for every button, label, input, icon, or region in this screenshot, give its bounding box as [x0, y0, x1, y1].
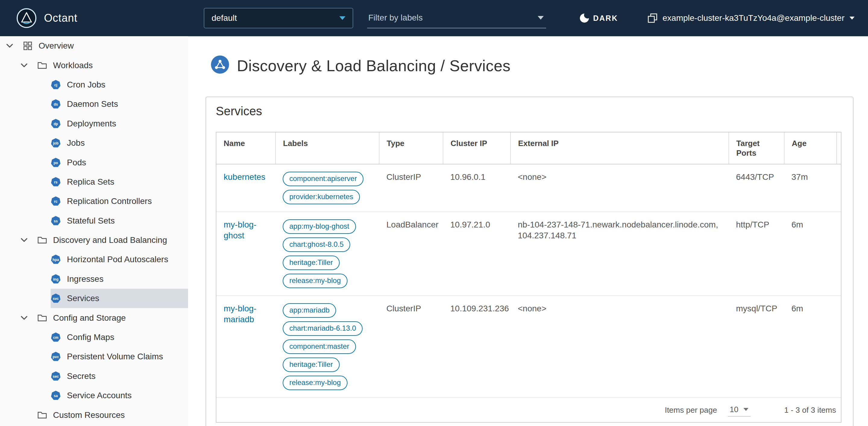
- chevron-down-icon[interactable]: [21, 316, 28, 320]
- cell-type: ClusterIP: [379, 296, 443, 398]
- octant-logo[interactable]: [16, 8, 37, 28]
- svg-text:ing: ing: [53, 277, 59, 282]
- chevron-down-icon: [339, 16, 345, 20]
- namespace-select[interactable]: default: [204, 8, 353, 28]
- sidebar-item-secrets[interactable]: sec Secrets: [0, 367, 188, 386]
- cell-name: my-blog-ghost: [216, 212, 276, 296]
- label-pill[interactable]: component:apiserver: [283, 172, 364, 186]
- secrets-icon: sec: [51, 371, 61, 381]
- service-link[interactable]: my-blog-mariadb: [224, 304, 256, 324]
- chevron-down-icon: [538, 16, 544, 20]
- column-header-labels: Labels: [276, 133, 379, 164]
- pvc-icon: pvc: [51, 351, 61, 362]
- cell-external-ip: nb-104-237-148-71.newark.nodebalancer.li…: [510, 212, 729, 296]
- overview-icon: [23, 41, 33, 51]
- sidebar-item-persistent-volume-claims[interactable]: pvc Persistent Volume Claims: [0, 347, 188, 366]
- sidebar-item-replica-sets[interactable]: rs Replica Sets: [0, 172, 188, 192]
- svg-text:cj: cj: [54, 83, 57, 87]
- theme-toggle-label: DARK: [593, 14, 618, 23]
- page-size-select[interactable]: 10: [728, 404, 750, 417]
- sidebar-item-ingresses[interactable]: ing Ingresses: [0, 269, 188, 289]
- label-pill[interactable]: heritage:Tiller: [283, 358, 340, 372]
- cell-type: LoadBalancer: [379, 212, 443, 296]
- sidebar-item-daemon-sets[interactable]: ds Daemon Sets: [0, 94, 188, 114]
- sidebar-group-config-and-storage[interactable]: Config and Storage: [0, 308, 188, 328]
- pods-icon: po: [51, 158, 61, 168]
- service-link[interactable]: my-blog-ghost: [224, 220, 256, 240]
- sidebar-item-jobs[interactable]: job Jobs: [0, 133, 188, 153]
- label-pill[interactable]: chart:ghost-8.0.5: [283, 237, 350, 252]
- chevron-down-icon: [743, 408, 749, 411]
- daemon-sets-icon: ds: [51, 99, 61, 109]
- table-row: my-blog-mariadb app:mariadb chart:mariad…: [216, 296, 841, 398]
- service-accounts-icon: sa: [51, 390, 61, 401]
- services-icon: svc: [51, 293, 61, 304]
- sidebar-group-workloads[interactable]: Workloads: [0, 56, 188, 75]
- sidebar-item-service-accounts[interactable]: sa Service Accounts: [0, 386, 188, 405]
- folder-icon: [37, 411, 47, 419]
- label-pill[interactable]: app:mariadb: [283, 303, 336, 318]
- svg-text:sa: sa: [54, 394, 58, 398]
- pagination-range: 1 - 3 of 3 items: [784, 405, 836, 415]
- context-selector[interactable]: example-cluster-ka3TuTzYo4a@example-clus…: [647, 0, 855, 36]
- service-link[interactable]: kubernetes: [224, 172, 266, 181]
- cell-target-ports: mysql/TCP: [729, 296, 784, 398]
- page-size-value: 10: [730, 405, 738, 414]
- sidebar-item-overview[interactable]: Overview: [0, 36, 188, 56]
- services-page-icon: [211, 56, 229, 76]
- label-pill[interactable]: component:master: [283, 339, 356, 354]
- page-header: Discovery & Load Balancing / Services: [211, 56, 868, 76]
- label-pill[interactable]: heritage:Tiller: [283, 256, 340, 270]
- ingresses-icon: ing: [51, 274, 61, 284]
- cell-type: ClusterIP: [379, 164, 443, 212]
- column-header-external-ip: External IP: [510, 133, 729, 164]
- svg-text:svc: svc: [53, 296, 59, 301]
- cell-labels: app:my-blog-ghost chart:ghost-8.0.5 heri…: [276, 212, 379, 296]
- sidebar-item-horizontal-pod-autoscalers[interactable]: hpa Horizontal Pod Autoscalers: [0, 250, 188, 269]
- cell-name: my-blog-mariadb: [216, 296, 276, 398]
- sidebar-item-config-maps[interactable]: cm Config Maps: [0, 328, 188, 347]
- items-per-page-label: Items per page: [665, 405, 717, 415]
- svg-text:dp: dp: [54, 122, 58, 126]
- chevron-down-icon[interactable]: [6, 44, 13, 48]
- card-title: Services: [216, 104, 843, 118]
- svg-text:pvc: pvc: [53, 355, 59, 359]
- label-pill[interactable]: app:my-blog-ghost: [283, 219, 356, 234]
- chevron-down-icon[interactable]: [21, 238, 28, 242]
- table-header-row: Name Labels Type Cluster IP External IP …: [216, 133, 841, 164]
- folder-icon: [37, 236, 47, 245]
- svg-text:ss: ss: [54, 219, 58, 223]
- chevron-down-icon[interactable]: [21, 63, 28, 67]
- cell-external-ip: <none>: [510, 164, 729, 212]
- cell-age: 6m: [784, 296, 837, 398]
- svg-text:po: po: [54, 161, 58, 165]
- column-header-type: Type: [379, 133, 443, 164]
- label-pill[interactable]: release:my-blog: [283, 274, 347, 288]
- sidebar-group-custom-resources[interactable]: Custom Resources: [0, 405, 188, 425]
- svg-text:ds: ds: [54, 102, 58, 107]
- config-maps-icon: cm: [51, 332, 61, 342]
- sidebar-item-cron-jobs[interactable]: cj Cron Jobs: [0, 75, 188, 94]
- sidebar-item-stateful-sets[interactable]: ss Stateful Sets: [0, 211, 188, 230]
- main-content: Discovery & Load Balancing / Services Se…: [188, 36, 868, 426]
- cell-cluster-ip: 10.109.231.236: [443, 296, 510, 398]
- moon-icon: [580, 13, 589, 23]
- services-card: Services Name Labels Type Cluster IP Ext…: [206, 96, 854, 426]
- label-filter-input[interactable]: [368, 13, 538, 23]
- cell-labels: app:mariadb chart:mariadb-6.13.0 compone…: [276, 296, 379, 398]
- hpa-icon: hpa: [51, 254, 61, 264]
- sidebar-item-pods[interactable]: po Pods: [0, 153, 188, 172]
- replication-controllers-icon: rc: [51, 196, 61, 206]
- octant-app: Octant default DARK example-cluster-ka3T…: [0, 0, 868, 426]
- cell-name: kubernetes: [216, 164, 276, 212]
- sidebar-item-replication-controllers[interactable]: rc Replication Controllers: [0, 192, 188, 211]
- label-pill[interactable]: chart:mariadb-6.13.0: [283, 321, 363, 336]
- label-pill[interactable]: release:my-blog: [283, 376, 347, 390]
- sidebar-item-services[interactable]: svc Services: [0, 289, 188, 308]
- sidebar-item-deployments[interactable]: dp Deployments: [0, 114, 188, 133]
- label-pill[interactable]: provider:kubernetes: [283, 190, 360, 204]
- sidebar-group-discovery-load-balancing[interactable]: Discovery and Load Balancing: [0, 230, 188, 250]
- theme-toggle-button[interactable]: DARK: [580, 0, 618, 36]
- table-row: my-blog-ghost app:my-blog-ghost chart:gh…: [216, 212, 841, 296]
- cell-target-ports: http/TCP: [729, 212, 784, 296]
